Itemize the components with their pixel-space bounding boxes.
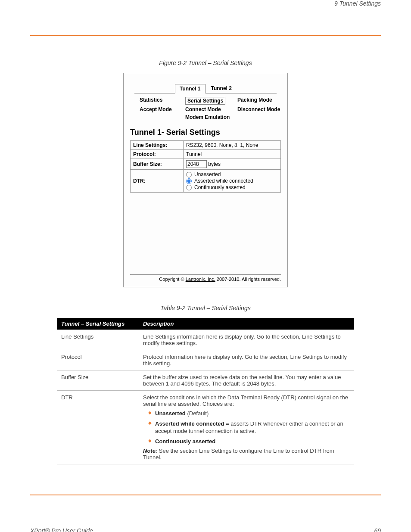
mode-disconnect[interactable]: Disconnect Mode (237, 106, 285, 112)
dtr-b3-bold: Continuously asserted (155, 438, 215, 445)
desc-head-col2: Description (139, 318, 354, 330)
copyright-post: 2007-2010. All rights reserved. (215, 277, 281, 282)
dtr-label-unasserted: Unasserted (194, 171, 221, 177)
footer-left: XPort® Pro User Guide (30, 527, 93, 532)
desc-label-2: Buffer Size (57, 370, 139, 391)
dtr-radio-continuously[interactable] (186, 185, 192, 190)
mode-links: Statistics Serial Settings Packing Mode … (140, 97, 277, 120)
buffer-size-input[interactable] (186, 160, 207, 168)
mode-statistics[interactable]: Statistics (140, 97, 183, 105)
desc-text-0: Line Settings information here is displa… (139, 330, 354, 350)
tab-tunnel-1[interactable]: Tunnel 1 (175, 84, 205, 93)
mode-serial-settings[interactable]: Serial Settings (185, 97, 225, 105)
settings-table: Line Settings: RS232, 9600, None, 8, 1, … (130, 140, 281, 193)
desc-row-protocol: Protocol Protocol information here is di… (57, 350, 354, 370)
dtr-intro: Select the conditions in which the Data … (143, 394, 348, 407)
copyright-pre: Copyright © (159, 277, 185, 282)
desc-text-2: Set the buffer size used to receive data… (139, 370, 354, 391)
tunnel-tabs: Tunnel 1 Tunnel 2 (134, 84, 277, 93)
desc-row-line-settings: Line Settings Line Settings information … (57, 330, 354, 350)
copyright-link[interactable]: Lantronix, Inc. (186, 277, 215, 282)
panel-copyright: Copyright © Lantronix, Inc. 2007-2010. A… (130, 274, 281, 282)
figure-caption: Figure 9-2 Tunnel – Serial Settings (0, 59, 411, 66)
label-dtr: DTR: (131, 170, 184, 193)
desc-label-3: DTR (57, 391, 139, 464)
tab-tunnel-2[interactable]: Tunnel 2 (207, 84, 236, 93)
dtr-note-rest: See the section Line Settings to configu… (143, 448, 334, 460)
dtr-bullet-3: Continuously asserted (148, 438, 350, 445)
dtr-b1-bold: Unasserted (155, 410, 186, 417)
settings-panel: Tunnel 1 Tunnel 2 Statistics Serial Sett… (123, 73, 288, 287)
dtr-b2-bold: Asserted while connected (155, 420, 224, 427)
mode-packing[interactable]: Packing Mode (237, 97, 285, 105)
row-protocol: Protocol: Tunnel (131, 150, 281, 159)
mode-accept[interactable]: Accept Mode (140, 106, 183, 112)
label-protocol: Protocol: (131, 150, 184, 159)
table-caption: Table 9-2 Tunnel – Serial Settings (0, 305, 411, 311)
bottom-divider (30, 495, 381, 495)
row-buffer-size: Buffer Size: bytes (131, 159, 281, 170)
buffer-unit: bytes (208, 161, 221, 167)
mode-connect[interactable]: Connect Mode (185, 106, 235, 112)
dtr-bullet-1: Unasserted (Default) (148, 410, 350, 417)
row-dtr: DTR: Unasserted Asserted while connected… (131, 170, 281, 193)
dtr-note-bold: Note: (143, 448, 157, 454)
dtr-radio-unasserted[interactable] (186, 172, 192, 177)
dtr-b1-rest: (Default) (186, 410, 209, 417)
desc-row-dtr: DTR Select the conditions in which the D… (57, 391, 354, 464)
desc-text-1: Protocol information here is display onl… (139, 350, 354, 370)
dtr-label-asserted-connected: Asserted while connected (194, 178, 253, 184)
value-line-settings: RS232, 9600, None, 8, 1, None (184, 141, 281, 150)
header-right: 9 Tunnel Settings (334, 0, 381, 7)
value-protocol: Tunnel (184, 150, 281, 159)
desc-label-0: Line Settings (57, 330, 139, 350)
desc-row-buffer-size: Buffer Size Set the buffer size used to … (57, 370, 354, 391)
dtr-radio-asserted-connected[interactable] (186, 178, 192, 184)
panel-title: Tunnel 1- Serial Settings (130, 128, 281, 137)
dtr-bullet-2: Asserted while connected = asserts DTR w… (148, 420, 350, 435)
footer-right: 69 (374, 527, 381, 532)
desc-text-3: Select the conditions in which the Data … (139, 391, 354, 464)
dtr-label-continuously: Continuously asserted (194, 184, 246, 190)
label-buffer-size: Buffer Size: (131, 159, 184, 170)
label-line-settings: Line Settings: (131, 141, 184, 150)
row-line-settings: Line Settings: RS232, 9600, None, 8, 1, … (131, 141, 281, 150)
dtr-note: Note: See the section Line Settings to c… (143, 448, 350, 460)
mode-modem-emulation[interactable]: Modem Emulation (185, 114, 235, 120)
desc-head-col1: Tunnel – Serial Settings (57, 318, 139, 330)
desc-label-1: Protocol (57, 350, 139, 370)
dtr-bullet-list: Unasserted (Default) Asserted while conn… (143, 410, 350, 445)
description-table: Tunnel – Serial Settings Description Lin… (57, 318, 354, 464)
top-divider (30, 35, 381, 36)
